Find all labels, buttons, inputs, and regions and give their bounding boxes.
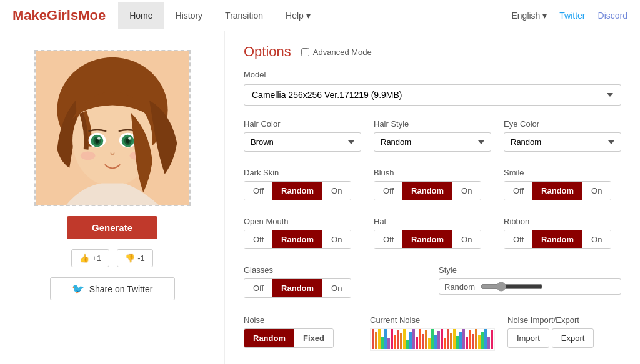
noise-bar <box>422 334 424 349</box>
noise-bars <box>370 328 495 351</box>
glasses-label: Glasses <box>244 265 426 275</box>
noise-bar <box>406 340 409 349</box>
blush-off[interactable]: Off <box>374 182 402 200</box>
model-select[interactable]: Camellia 256x256 Ver.171219 (9.9MB) <box>244 84 621 106</box>
style-label: Style <box>439 265 621 275</box>
noise-bar <box>394 335 396 349</box>
noise-group: Noise Random Fixed <box>244 315 358 351</box>
noise-random[interactable]: Random <box>244 329 294 347</box>
ribbon-off[interactable]: Off <box>504 230 532 248</box>
blush-on[interactable]: On <box>452 182 481 200</box>
hat-random[interactable]: Random <box>402 230 452 248</box>
noise-bar <box>419 328 421 349</box>
advanced-mode-toggle[interactable]: Advanced Mode <box>301 47 372 57</box>
header: MakeGirlsMoe Home History Transition Hel… <box>0 0 640 31</box>
nav-transition[interactable]: Transition <box>214 2 274 29</box>
dark-skin-off[interactable]: Off <box>244 182 272 200</box>
noise-bar <box>453 328 456 349</box>
ribbon-on[interactable]: On <box>582 230 611 248</box>
language-selector[interactable]: English ▾ <box>511 11 547 21</box>
glasses-on[interactable]: On <box>322 279 351 297</box>
svg-point-7 <box>97 137 100 140</box>
twitter-share-label: Share on Twitter <box>89 284 153 294</box>
nav-home[interactable]: Home <box>118 2 164 29</box>
model-label: Model <box>244 70 621 79</box>
noise-bar <box>456 336 459 349</box>
noise-bar <box>459 332 462 349</box>
downvote-button[interactable]: 👎 -1 <box>117 249 153 267</box>
hat-on[interactable]: On <box>452 230 481 248</box>
right-panel: Options Advanced Mode Model Camellia 256… <box>225 31 640 364</box>
noise-bar <box>375 332 378 349</box>
nav-help[interactable]: Help ▾ <box>274 2 322 29</box>
open-mouth-group: Open Mouth Off Random On <box>244 217 361 249</box>
noise-bar <box>409 332 412 349</box>
hair-color-select[interactable]: Brown <box>244 132 361 152</box>
noise-bar <box>466 337 468 349</box>
import-button[interactable]: Import <box>508 328 549 348</box>
noise-bar <box>384 329 387 349</box>
style-slider[interactable] <box>481 282 543 292</box>
eye-color-select[interactable]: Random <box>504 132 621 152</box>
noise-fixed[interactable]: Fixed <box>294 329 333 347</box>
discord-link[interactable]: Discord <box>598 11 628 21</box>
open-mouth-on[interactable]: On <box>322 230 351 248</box>
smile-random[interactable]: Random <box>532 182 582 200</box>
noise-bar <box>438 331 440 349</box>
noise-bar <box>391 328 393 349</box>
noise-bar <box>491 330 493 349</box>
glasses-off[interactable]: Off <box>244 279 272 297</box>
open-mouth-off[interactable]: Off <box>244 230 272 248</box>
export-button[interactable]: Export <box>552 328 594 348</box>
main-container: Generate 👍 +1 👎 -1 🐦 Share on Twitter Op… <box>0 31 640 364</box>
noise-bar <box>372 328 374 349</box>
dark-skin-random[interactable]: Random <box>272 182 322 200</box>
logo[interactable]: MakeGirlsMoe <box>12 7 106 24</box>
nav: Home History Transition Help ▾ <box>118 2 322 29</box>
options-header: Options Advanced Mode <box>244 44 621 60</box>
open-mouth-label: Open Mouth <box>244 217 361 226</box>
smile-label: Smile <box>504 168 621 177</box>
twitter-share-button[interactable]: 🐦 Share on Twitter <box>50 277 175 300</box>
noise-bar <box>469 330 471 349</box>
hat-group: Hat Off Random On <box>374 217 491 249</box>
hair-style-select[interactable]: Random <box>374 132 491 152</box>
twitter-link[interactable]: Twitter <box>559 11 585 21</box>
hat-off[interactable]: Off <box>374 230 402 248</box>
hair-style-group: Hair Style Random <box>374 119 491 152</box>
noise-bar <box>481 332 484 349</box>
noise-toggle: Random Fixed <box>244 328 334 348</box>
noise-bar <box>388 338 390 349</box>
hair-style-label: Hair Style <box>374 119 491 129</box>
hair-color-group: Hair Color Brown <box>244 119 361 152</box>
open-mouth-random[interactable]: Random <box>272 230 322 248</box>
smile-toggle: Off Random On <box>504 181 611 200</box>
dark-skin-on[interactable]: On <box>322 182 351 200</box>
upvote-button[interactable]: 👍 +1 <box>71 249 109 267</box>
advanced-mode-checkbox[interactable] <box>301 48 309 56</box>
hat-label: Hat <box>374 217 491 226</box>
noise-label: Noise <box>244 315 358 325</box>
dark-skin-group: Dark Skin Off Random On <box>244 168 361 200</box>
noise-bar <box>494 333 495 349</box>
svg-point-12 <box>128 137 131 140</box>
noise-bar <box>381 337 384 349</box>
nav-history[interactable]: History <box>164 2 214 29</box>
noise-bar <box>412 328 415 349</box>
blush-random[interactable]: Random <box>402 182 452 200</box>
noise-bar <box>447 329 449 349</box>
noise-bar <box>475 328 478 349</box>
noise-bar <box>444 338 446 349</box>
noise-import-export-label: Noise Import/Export <box>508 315 621 325</box>
glasses-random[interactable]: Random <box>272 279 322 297</box>
smile-on[interactable]: On <box>582 182 611 200</box>
noise-section: Noise Random Fixed Current Noise Noise I… <box>244 315 621 360</box>
ribbon-random[interactable]: Random <box>532 230 582 248</box>
noise-bar <box>434 335 437 349</box>
generate-button[interactable]: Generate <box>67 216 158 239</box>
blush-group: Blush Off Random On <box>374 168 491 200</box>
noise-bar <box>403 328 406 349</box>
vote-buttons: 👍 +1 👎 -1 <box>71 249 152 267</box>
smile-off[interactable]: Off <box>504 182 532 200</box>
thumbs-down-icon: 👎 <box>125 253 135 263</box>
